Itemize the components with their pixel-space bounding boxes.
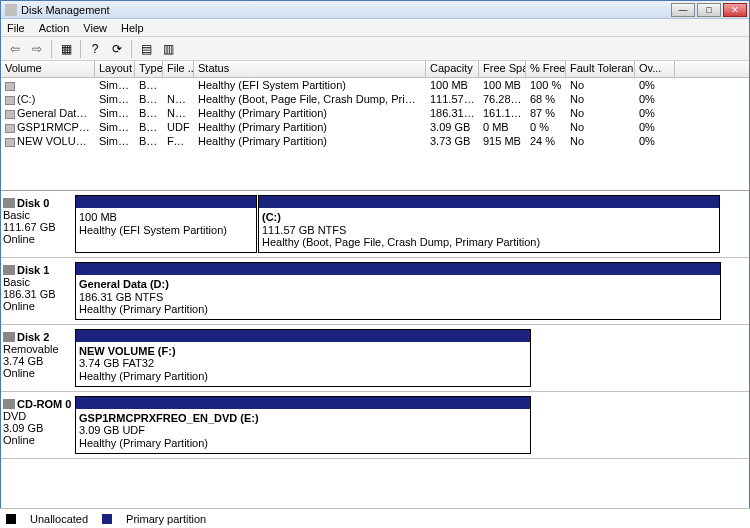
toolbar-separator: [51, 40, 52, 58]
volume-row[interactable]: (C:)SimpleBasicNTFSHealthy (Boot, Page F…: [1, 92, 749, 106]
volume-list-pane: Volume Layout Type File ... Status Capac…: [1, 61, 749, 191]
show-hide-icon[interactable]: ▦: [56, 39, 76, 59]
volume-icon: [5, 124, 15, 133]
volume-icon: [5, 82, 15, 91]
menu-action[interactable]: Action: [39, 22, 70, 34]
col-type[interactable]: Type: [135, 61, 163, 77]
volume-list-header: Volume Layout Type File ... Status Capac…: [1, 61, 749, 78]
col-freespace[interactable]: Free Spa...: [479, 61, 526, 77]
volume-icon: [5, 138, 15, 147]
back-icon[interactable]: ⇦: [5, 39, 25, 59]
partition-bar: [76, 330, 530, 342]
volume-icon: [5, 110, 15, 119]
primary-swatch: [102, 514, 112, 524]
col-faulttol[interactable]: Fault Tolerance: [566, 61, 635, 77]
disk-icon: [3, 332, 15, 342]
col-capacity[interactable]: Capacity: [426, 61, 479, 77]
partition[interactable]: GSP1RMCPRXFREO_EN_DVD (E:)3.09 GB UDFHea…: [75, 396, 531, 454]
partition-bar: [76, 263, 720, 275]
volume-row[interactable]: General Data (D:)SimpleBasicNTFSHealthy …: [1, 106, 749, 120]
close-button[interactable]: ✕: [723, 3, 747, 17]
menu-help[interactable]: Help: [121, 22, 144, 34]
partition[interactable]: NEW VOLUME (F:)3.74 GB FAT32Healthy (Pri…: [75, 329, 531, 387]
disk-row: Disk 0Basic111.67 GBOnline100 MBHealthy …: [1, 191, 749, 258]
legend-primary: Primary partition: [126, 513, 206, 525]
titlebar: Disk Management — □ ✕: [1, 1, 749, 19]
disk-info[interactable]: Disk 0Basic111.67 GBOnline: [1, 195, 75, 253]
volume-row[interactable]: GSP1RMCPRXFRE...SimpleBasicUDFHealthy (P…: [1, 120, 749, 134]
col-layout[interactable]: Layout: [95, 61, 135, 77]
col-filesystem[interactable]: File ...: [163, 61, 194, 77]
disk-graphical-pane: Disk 0Basic111.67 GBOnline100 MBHealthy …: [1, 191, 749, 509]
disk-info[interactable]: Disk 2Removable3.74 GBOnline: [1, 329, 75, 387]
disk-icon: [3, 265, 15, 275]
legend: Unallocated Primary partition: [0, 508, 750, 528]
help-icon[interactable]: ?: [85, 39, 105, 59]
col-overhead[interactable]: Ov...: [635, 61, 675, 77]
menu-view[interactable]: View: [83, 22, 107, 34]
partition-bar: [76, 196, 256, 208]
volume-row[interactable]: SimpleBasicHealthy (EFI System Partition…: [1, 78, 749, 92]
menubar: File Action View Help: [1, 19, 749, 37]
toolbar-separator: [80, 40, 81, 58]
graphical-view-icon[interactable]: ▥: [158, 39, 178, 59]
disk-icon: [3, 198, 15, 208]
minimize-button[interactable]: —: [671, 3, 695, 17]
app-icon: [5, 4, 17, 16]
menu-file[interactable]: File: [7, 22, 25, 34]
disk-row: Disk 1Basic186.31 GBOnlineGeneral Data (…: [1, 258, 749, 325]
col-status[interactable]: Status: [194, 61, 426, 77]
partition[interactable]: (C:)111.57 GB NTFSHealthy (Boot, Page Fi…: [258, 195, 720, 253]
volume-icon: [5, 96, 15, 105]
legend-unallocated: Unallocated: [30, 513, 88, 525]
window-title: Disk Management: [21, 4, 110, 16]
disk-icon: [3, 399, 15, 409]
volume-row[interactable]: NEW VOLUME (F:)SimpleBasicFAT...Healthy …: [1, 134, 749, 148]
toolbar-separator: [131, 40, 132, 58]
disk-row: CD-ROM 0DVD3.09 GBOnlineGSP1RMCPRXFREO_E…: [1, 392, 749, 459]
col-volume[interactable]: Volume: [1, 61, 95, 77]
disk-info[interactable]: Disk 1Basic186.31 GBOnline: [1, 262, 75, 320]
refresh-icon[interactable]: ⟳: [107, 39, 127, 59]
partition-bar: [259, 196, 719, 208]
toolbar: ⇦ ⇨ ▦ ? ⟳ ▤ ▥: [1, 37, 749, 61]
unallocated-swatch: [6, 514, 16, 524]
disk-info[interactable]: CD-ROM 0DVD3.09 GBOnline: [1, 396, 75, 454]
maximize-button[interactable]: □: [697, 3, 721, 17]
partition[interactable]: General Data (D:)186.31 GB NTFSHealthy (…: [75, 262, 721, 320]
forward-icon[interactable]: ⇨: [27, 39, 47, 59]
partition-bar: [76, 397, 530, 409]
list-view-icon[interactable]: ▤: [136, 39, 156, 59]
col-pctfree[interactable]: % Free: [526, 61, 566, 77]
disk-row: Disk 2Removable3.74 GBOnlineNEW VOLUME (…: [1, 325, 749, 392]
partition[interactable]: 100 MBHealthy (EFI System Partition): [75, 195, 257, 253]
